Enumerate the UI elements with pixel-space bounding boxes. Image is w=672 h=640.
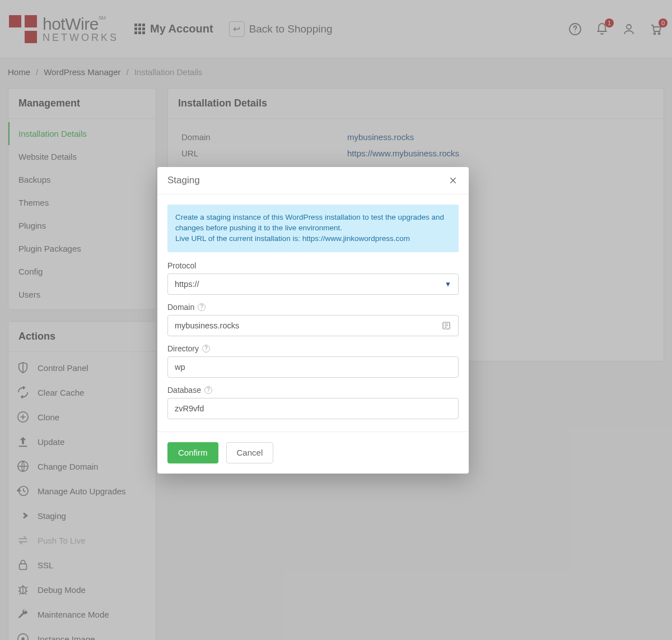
- domain-field: Domain ?: [167, 303, 459, 336]
- staging-modal: Staging Create a staging instance of thi…: [157, 167, 469, 474]
- help-icon[interactable]: ?: [204, 386, 212, 394]
- domain-input[interactable]: [175, 321, 441, 330]
- protocol-label: Protocol: [167, 261, 459, 270]
- directory-input[interactable]: [175, 363, 451, 372]
- chevron-down-icon: ▼: [445, 280, 451, 288]
- domain-input-wrap: [167, 315, 459, 336]
- domain-label: Domain: [167, 303, 194, 312]
- directory-label: Directory: [167, 344, 199, 353]
- help-icon[interactable]: ?: [202, 345, 210, 353]
- database-field: Database ?: [167, 386, 459, 419]
- database-label: Database: [167, 386, 201, 395]
- modal-title: Staging: [167, 175, 200, 186]
- info-line2: Live URL of the current installation is:…: [175, 234, 451, 244]
- help-icon[interactable]: ?: [198, 303, 206, 311]
- protocol-field: Protocol https:// ▼: [167, 261, 459, 295]
- info-line1: Create a staging instance of this WordPr…: [175, 212, 451, 234]
- protocol-value: https://: [175, 280, 199, 289]
- staging-info-box: Create a staging instance of this WordPr…: [167, 205, 459, 252]
- protocol-select[interactable]: https:// ▼: [167, 273, 459, 295]
- directory-field: Directory ?: [167, 344, 459, 378]
- confirm-button[interactable]: Confirm: [167, 442, 218, 463]
- contact-card-icon[interactable]: [441, 321, 451, 331]
- close-icon[interactable]: [447, 175, 459, 186]
- database-input[interactable]: [175, 404, 451, 413]
- cancel-button[interactable]: Cancel: [226, 442, 274, 463]
